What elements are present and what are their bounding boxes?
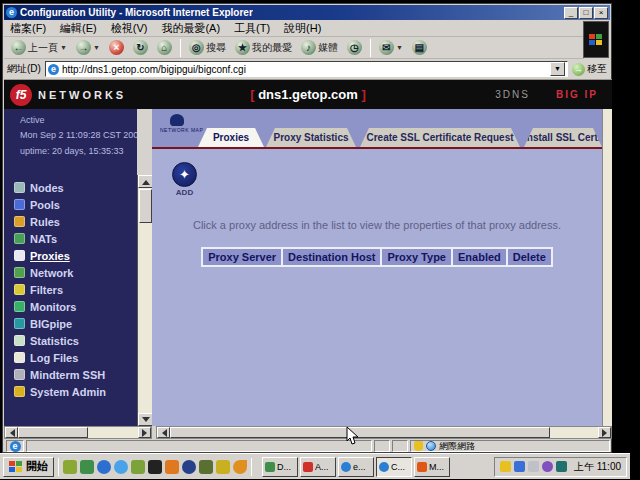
status-pane <box>392 440 408 452</box>
quick-launch-icon[interactable] <box>148 460 162 474</box>
tab-proxies[interactable]: Proxies <box>198 128 264 147</box>
tray-icon[interactable] <box>528 461 539 472</box>
scroll-right-icon[interactable] <box>598 427 611 438</box>
sidebar-item-bigpipe[interactable]: BIGpipe <box>14 315 106 332</box>
sidebar-item-filters[interactable]: Filters <box>14 281 106 298</box>
mail-button[interactable]: ✉ ▼ <box>376 39 406 56</box>
task-button[interactable]: e... <box>338 457 374 477</box>
sidebar-item-nodes[interactable]: Nodes <box>14 179 106 196</box>
quick-launch-icon[interactable] <box>97 460 111 474</box>
hostname: dns1.getop.com <box>258 87 358 102</box>
windows-flag-icon <box>589 34 603 46</box>
search-button[interactable]: ◎ 搜尋 <box>186 39 229 56</box>
sidebar-item-network[interactable]: Network <box>14 264 106 281</box>
window-titlebar[interactable]: e Configuration Utility - Microsoft Inte… <box>4 5 610 20</box>
column-proxy-server[interactable]: Proxy Server <box>201 247 283 267</box>
mail-dropdown-icon[interactable]: ▼ <box>396 44 403 51</box>
start-button[interactable]: 開始 <box>3 457 54 477</box>
media-button[interactable]: ♪ 媒體 <box>298 39 341 56</box>
scroll-right-icon[interactable] <box>138 427 151 438</box>
column-delete[interactable]: Delete <box>506 247 553 267</box>
column-destination-host[interactable]: Destination Host <box>281 247 382 267</box>
tray-icon[interactable] <box>500 461 511 472</box>
main-frame-scrollbar[interactable] <box>602 109 612 426</box>
quick-launch-icon[interactable] <box>165 460 179 474</box>
sidebar-item-mindterm-ssh[interactable]: Mindterm SSH <box>14 366 106 383</box>
status-uptime: uptime: 20 days, 15:35:33 <box>20 146 124 156</box>
address-input[interactable]: e http://dns1.getop.com/bigipgui/bigconf… <box>45 61 568 77</box>
sidebar-item-log-files[interactable]: Log Files <box>14 349 106 366</box>
scroll-left-icon[interactable] <box>5 427 18 438</box>
address-dropdown-icon[interactable]: ▼ <box>550 62 565 76</box>
network-map-button[interactable]: NETWORK MAP <box>160 112 194 144</box>
tray-icon[interactable] <box>514 461 525 472</box>
horizontal-scrollbars <box>4 426 612 439</box>
network-map-icon <box>170 114 184 126</box>
scroll-up-icon[interactable] <box>138 175 153 188</box>
forward-button[interactable]: → ▼ <box>73 39 103 56</box>
task-button-active[interactable]: C... <box>376 457 412 477</box>
menu-help[interactable]: 說明(H) <box>284 21 321 36</box>
refresh-button[interactable]: ↻ <box>130 39 151 56</box>
column-proxy-type[interactable]: Proxy Type <box>380 247 453 267</box>
tab-proxy-statistics[interactable]: Proxy Statistics <box>266 128 356 147</box>
sidebar-item-nats[interactable]: NATs <box>14 230 106 247</box>
status-pane <box>374 440 390 452</box>
go-button[interactable]: → 移至 <box>572 62 609 76</box>
status-bar: e 網際網路 <box>4 439 612 453</box>
task-button[interactable]: D... <box>262 457 298 477</box>
tray-icon[interactable] <box>542 461 553 472</box>
sidebar-item-system-admin[interactable]: System Admin <box>14 383 106 400</box>
sidebar-scrollbar[interactable] <box>137 175 152 426</box>
scroll-left-icon[interactable] <box>157 427 170 438</box>
tray-icon[interactable] <box>556 461 567 472</box>
history-button[interactable]: ◷ <box>344 39 365 56</box>
quick-launch-icon[interactable] <box>182 460 196 474</box>
column-enabled[interactable]: Enabled <box>451 247 508 267</box>
menu-edit[interactable]: 編輯(E) <box>60 21 97 36</box>
menu-tools[interactable]: 工具(T) <box>234 21 270 36</box>
add-button[interactable]: ✦ <box>172 162 197 187</box>
sidebar-item-pools[interactable]: Pools <box>14 196 106 213</box>
task-button[interactable]: A... <box>300 457 336 477</box>
sidebar-item-monitors[interactable]: Monitors <box>14 298 106 315</box>
sidebar-item-proxies[interactable]: Proxies <box>14 247 106 264</box>
quick-launch-icon[interactable] <box>114 460 128 474</box>
log-files-icon <box>14 352 25 363</box>
scroll-down-icon[interactable] <box>138 413 153 426</box>
sidebar-nav: Nodes Pools Rules NATs Proxies Network F… <box>14 179 106 400</box>
forward-dropdown-icon[interactable]: ▼ <box>93 44 100 51</box>
home-button[interactable]: ⌂ <box>154 39 175 56</box>
history-icon: ◷ <box>347 40 362 55</box>
tab-create-ssl-certificate-request[interactable]: Create SSL Certificate Request <box>360 128 520 147</box>
taskbar: 開始 D... A... e... C... M... 上午 11:00 <box>0 453 630 479</box>
stop-button[interactable]: × <box>106 39 127 56</box>
quick-launch-icon[interactable] <box>63 460 77 474</box>
back-button[interactable]: ← 上一頁 ▼ <box>8 39 70 56</box>
hscrollbar-thumb[interactable] <box>18 427 88 438</box>
tab-install-ssl-certificate[interactable]: Install SSL Certif <box>524 128 602 147</box>
system-tray: 上午 11:00 <box>494 457 627 477</box>
main-hscrollbar[interactable] <box>156 426 612 439</box>
sidebar-item-rules[interactable]: Rules <box>14 213 106 230</box>
quick-launch-icon[interactable] <box>80 460 94 474</box>
back-dropdown-icon[interactable]: ▼ <box>60 44 67 51</box>
maximize-button[interactable]: □ <box>579 7 593 19</box>
menu-file[interactable]: 檔案(F) <box>10 21 46 36</box>
print-button[interactable]: ▤ <box>409 39 430 56</box>
sidebar-hscrollbar[interactable] <box>4 426 152 439</box>
quick-launch-icon[interactable] <box>216 460 230 474</box>
favorites-button[interactable]: ★ 我的最愛 <box>232 39 295 56</box>
close-button[interactable]: × <box>594 7 608 19</box>
hscrollbar-thumb[interactable] <box>170 427 550 438</box>
quick-launch-icon[interactable] <box>199 460 213 474</box>
print-icon: ▤ <box>412 40 427 55</box>
minimize-button[interactable]: _ <box>564 7 578 19</box>
menu-view[interactable]: 檢視(V) <box>111 21 148 36</box>
quick-launch-icon[interactable] <box>131 460 145 474</box>
menu-favorites[interactable]: 我的最愛(A) <box>161 21 220 36</box>
quick-launch-icon[interactable] <box>233 460 247 474</box>
sidebar-item-statistics[interactable]: Statistics <box>14 332 106 349</box>
scrollbar-thumb[interactable] <box>139 189 152 223</box>
task-button[interactable]: M... <box>414 457 450 477</box>
